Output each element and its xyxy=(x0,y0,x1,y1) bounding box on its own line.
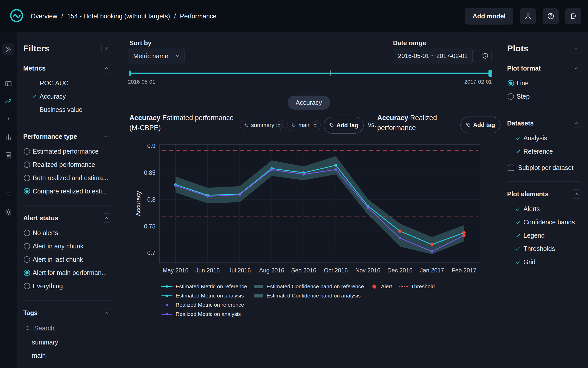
performance-type-option-compare-realized-to-esti[interactable]: Compare realized to esti... xyxy=(23,185,111,198)
filter-lines-icon xyxy=(5,190,12,198)
rail-data-drift-button[interactable] xyxy=(2,131,14,143)
help-button[interactable] xyxy=(543,8,559,24)
legend-item-threshold[interactable]: Threshold xyxy=(399,283,435,290)
option-label: ROC AUC xyxy=(40,79,69,87)
alert-status-option-alert-in-last-chunk[interactable]: Alert in last chunk xyxy=(23,253,111,266)
plot-format-option-step[interactable]: Step xyxy=(507,90,581,103)
legend-item-realized-metric-on-analysis[interactable]: Realized Metric on analysis xyxy=(161,310,247,318)
performance-type-option-both-realized-and-estima[interactable]: Both realized and estima... xyxy=(23,171,111,185)
legend-item-realized-metric-on-reference[interactable]: Realized Metric on reference xyxy=(161,301,247,309)
filters-close-button[interactable] xyxy=(101,44,111,53)
legend-label: Realized Metric on analysis xyxy=(176,311,241,317)
radio-icon xyxy=(24,283,30,289)
check-icon xyxy=(515,259,521,265)
tag-chip-actions-button[interactable] xyxy=(313,121,318,129)
rail-model-overview-button[interactable] xyxy=(2,77,14,89)
tag-item-main[interactable]: main xyxy=(23,349,111,362)
sort-by-dropdown[interactable]: Metric name xyxy=(128,48,185,64)
breadcrumb-item-overview[interactable]: Overview xyxy=(31,13,57,20)
tag-chip-summary[interactable]: summary xyxy=(240,120,284,131)
date-range-slider[interactable] xyxy=(129,70,492,77)
performance-type-collapse-button[interactable] xyxy=(102,132,111,141)
alert-status-option-alert-in-any-chunk[interactable]: Alert in any chunk xyxy=(23,239,111,253)
dataset-option-analysis[interactable]: Analysis xyxy=(507,131,581,145)
slider-right-handle[interactable] xyxy=(488,70,492,77)
breadcrumb-separator: / xyxy=(61,13,63,20)
metric-option-roc-auc[interactable]: ROC AUC xyxy=(23,76,111,90)
metric-pill-accuracy[interactable]: Accuracy xyxy=(288,96,330,110)
rail-expand-sidebar-button[interactable] xyxy=(2,43,14,55)
tag-chips-cluster: summarymainAdd tag xyxy=(240,117,364,134)
add-model-button[interactable]: Add model xyxy=(465,8,513,25)
tag-chip-main[interactable]: main xyxy=(287,120,321,131)
date-range-input[interactable]: 2016-05-01 ~ 2017-02-01 xyxy=(393,48,473,64)
alert-status-option-everything[interactable]: Everything xyxy=(23,279,111,293)
option-label: Alert in any chunk xyxy=(33,243,83,250)
tag-item-summary[interactable]: summary xyxy=(23,336,111,349)
account-button[interactable] xyxy=(520,8,536,24)
gear-icon xyxy=(5,208,12,216)
date-range-reset-button[interactable] xyxy=(479,50,492,62)
add-tag-button-realized[interactable]: Add tag xyxy=(460,117,500,133)
performance-type-option-estimated-performance[interactable]: Estimated performance xyxy=(23,145,111,158)
tag-search-input[interactable] xyxy=(34,325,95,332)
rail-performance-button[interactable] xyxy=(2,95,14,107)
radio-icon xyxy=(24,270,30,276)
subplot-per-dataset-checkbox[interactable]: Subplot per dataset xyxy=(507,162,581,174)
breadcrumb-item-154-hotel-booking-without-targets[interactable]: 154 - Hotel booking (without targets) xyxy=(67,13,170,20)
rail-concept-drift-button[interactable]: ƒ xyxy=(2,113,14,125)
performance-chart[interactable]: 0.90.850.80.750.7May 2016Jun 2016Jul 201… xyxy=(133,142,490,281)
legend-band-swatch xyxy=(254,285,263,288)
checkbox-icon xyxy=(508,165,514,171)
radio-icon xyxy=(24,230,30,236)
logout-icon xyxy=(570,12,577,20)
slider-left-handle[interactable] xyxy=(129,71,131,76)
legend-item-estimated-confidence-band-on-analysis[interactable]: Estimated Confidence band on analysis xyxy=(254,292,364,300)
plot-element-option-legend[interactable]: Legend xyxy=(507,229,581,242)
check-icon xyxy=(515,206,521,212)
plot-elements-collapse-button[interactable] xyxy=(572,189,581,199)
rail-settings-button[interactable] xyxy=(2,206,14,218)
plot-element-option-thresholds[interactable]: Thresholds xyxy=(507,242,581,255)
plots-panel: Plots Plot format LineStep Datasets Anal… xyxy=(500,32,588,368)
add-tag-label: Add tag xyxy=(336,122,358,129)
check-icon xyxy=(515,219,521,225)
legend-item-estimated-metric-on-reference[interactable]: Estimated Metric on reference xyxy=(161,283,247,290)
tags-collapse-button[interactable] xyxy=(102,308,111,317)
metric-option-accuracy[interactable]: Accuracy xyxy=(23,90,111,103)
svg-text:Sep 2016: Sep 2016 xyxy=(291,267,316,274)
dataset-option-reference[interactable]: Reference xyxy=(507,145,581,158)
option-label: Grid xyxy=(523,258,535,266)
alert-status-option-no-alerts[interactable]: No alerts xyxy=(23,226,111,239)
logout-button[interactable] xyxy=(565,8,581,24)
plot-element-option-confidence-bands[interactable]: Confidence bands xyxy=(507,215,581,229)
slider-marker xyxy=(330,70,331,76)
chevron-up-icon xyxy=(574,121,579,126)
nannyml-logo xyxy=(9,8,24,25)
history-icon xyxy=(482,53,488,59)
alert-status-collapse-button[interactable] xyxy=(102,213,111,223)
option-label: Accuracy xyxy=(40,93,66,100)
tag-chip-actions-button[interactable] xyxy=(276,121,281,129)
metrics-collapse-button[interactable] xyxy=(102,64,111,73)
datasets-title: Datasets xyxy=(507,120,534,127)
performance-type-option-realized-performance[interactable]: Realized performance xyxy=(23,158,111,171)
plot-element-option-alerts[interactable]: Alerts xyxy=(507,202,581,215)
svg-text:Nov 2016: Nov 2016 xyxy=(355,267,380,274)
plot-format-option-line[interactable]: Line xyxy=(507,76,581,90)
legend-item-estimated-confidence-band-on-reference[interactable]: Estimated Confidence band on reference xyxy=(254,283,364,290)
plot-element-option-grid[interactable]: Grid xyxy=(507,255,581,269)
svg-text:0.8: 0.8 xyxy=(147,196,155,203)
alert-status-option-alert-for-main-performan[interactable]: Alert for main performan... xyxy=(23,266,111,279)
plots-close-button[interactable] xyxy=(571,44,581,53)
add-tag-button-estimated[interactable]: Add tag xyxy=(324,117,364,134)
slider-track[interactable] xyxy=(129,73,492,74)
datasets-collapse-button[interactable] xyxy=(572,119,581,128)
plot-format-collapse-button[interactable] xyxy=(572,64,581,73)
legend-item-estimated-metric-on-analysis[interactable]: Estimated Metric on analysis xyxy=(161,292,247,300)
metric-option-business-value[interactable]: Business value xyxy=(23,103,111,116)
subplot-per-dataset-label: Subplot per dataset xyxy=(518,164,573,171)
legend-item-alert[interactable]: Alert xyxy=(371,283,392,290)
rail-logs-button[interactable] xyxy=(2,188,14,200)
rail-data-quality-button[interactable] xyxy=(2,149,14,161)
